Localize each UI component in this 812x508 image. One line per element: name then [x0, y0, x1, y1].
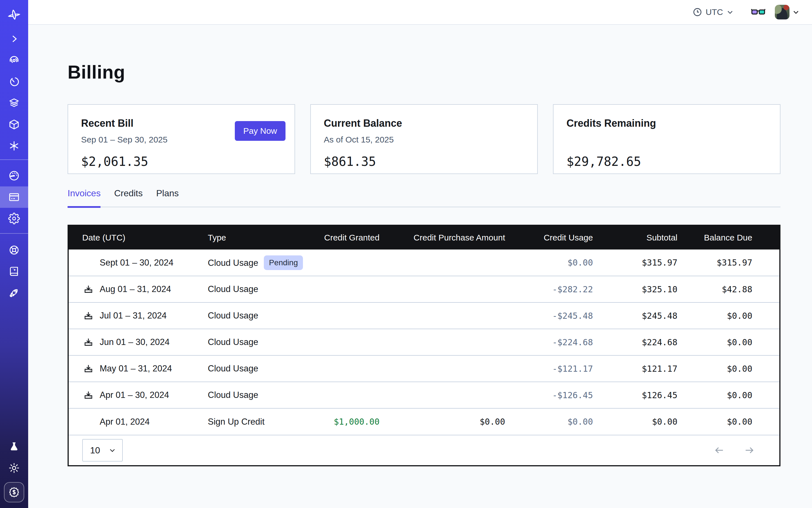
balance-due-value: $42.88 — [691, 276, 779, 302]
sidebar-divider — [0, 233, 28, 234]
col-credit-usage: Credit Usage — [519, 226, 606, 250]
status-badge: Pending — [264, 255, 303, 270]
main-content: Billing Recent Bill Sep 01 – Sep 30, 202… — [28, 0, 812, 466]
col-type: Type — [208, 226, 320, 250]
summary-cards: Recent Bill Sep 01 – Sep 30, 2025 $2,061… — [68, 104, 780, 174]
card-title: Current Balance — [324, 117, 524, 130]
balance-due-value: $315.97 — [691, 250, 779, 276]
col-credit-granted: Credit Granted — [320, 226, 393, 250]
subtotal-value: $224.68 — [606, 329, 691, 355]
sidebar-item-settings[interactable] — [0, 208, 28, 229]
balance-due-value: $0.00 — [691, 302, 779, 329]
credit-usage-value: $0.00 — [519, 408, 606, 435]
page-size-value: 10 — [90, 445, 100, 456]
subtotal-value: $121.17 — [606, 355, 691, 382]
sidebar-item-timer[interactable] — [0, 71, 28, 92]
topbar: UTC — [28, 0, 812, 25]
invoice-date: Apr 01 – 30, 2024 — [100, 390, 169, 400]
download-invoice-button[interactable] — [83, 364, 93, 374]
next-page-button[interactable] — [744, 445, 755, 456]
sidebar-item-support[interactable] — [0, 239, 28, 261]
glasses-icon — [751, 7, 766, 17]
subtotal-value: $325.10 — [606, 276, 691, 302]
download-invoice-button[interactable] — [83, 284, 93, 294]
credit-granted-value — [320, 355, 393, 382]
subtotal-value: $0.00 — [606, 408, 691, 435]
invoice-type: Sign Up Credit — [208, 417, 265, 427]
card-subtitle: As of Oct 15, 2025 — [324, 133, 524, 146]
sidebar-item-theme[interactable] — [0, 457, 28, 479]
card-amount: $2,061.35 — [81, 153, 282, 170]
sidebar-spacer — [0, 304, 28, 436]
sidebar-expand-button[interactable] — [0, 28, 28, 50]
sidebar-item-labs[interactable] — [0, 436, 28, 457]
credit-purchase-value — [393, 250, 519, 276]
credit-purchase-value — [393, 355, 519, 382]
credit-purchase-value — [393, 302, 519, 329]
pagination: 10 — [69, 435, 779, 465]
timezone-label: UTC — [706, 7, 723, 17]
clock-icon — [693, 7, 702, 17]
invoice-date: Jul 01 – 31, 2024 — [100, 310, 167, 321]
credit-usage-value: -$224.68 — [519, 329, 606, 355]
sidebar-item-swirl[interactable] — [0, 50, 28, 71]
glasses-button[interactable] — [751, 7, 766, 17]
sidebar-item-credits-promo[interactable] — [4, 482, 24, 502]
download-invoice-button[interactable] — [83, 337, 93, 347]
card-title: Credits Remaining — [566, 117, 767, 130]
invoices-table: Date (UTC) Type Credit Granted Credit Pu… — [68, 225, 780, 466]
prev-page-button[interactable] — [714, 445, 725, 456]
credit-purchase-value — [393, 382, 519, 408]
table-row: Jun 01 – 30, 2024Cloud Usage-$224.68$224… — [69, 329, 779, 355]
chevron-down-icon — [726, 8, 734, 16]
credit-usage-value: -$282.22 — [519, 276, 606, 302]
table-row: Apr 01, 2024Sign Up Credit$1,000.00$0.00… — [69, 408, 779, 435]
invoice-type: Cloud Usage — [208, 310, 258, 321]
avatar[interactable] — [775, 5, 789, 19]
subtotal-value: $315.97 — [606, 250, 691, 276]
invoice-date: Jun 01 – 30, 2024 — [100, 337, 170, 347]
current-balance-card: Current Balance As of Oct 15, 2025 $861.… — [310, 104, 538, 174]
invoice-type: Cloud Usage — [208, 364, 258, 373]
credit-usage-value: -$245.48 — [519, 302, 606, 329]
table-row: May 01 – 31, 2024Cloud Usage-$121.17$121… — [69, 355, 779, 382]
sidebar-item-billing[interactable] — [0, 186, 28, 208]
invoice-date: Sept 01 – 30, 2024 — [100, 258, 173, 268]
page-title: Billing — [68, 60, 780, 84]
recent-bill-card: Recent Bill Sep 01 – Sep 30, 2025 $2,061… — [68, 104, 295, 174]
card-subtitle — [566, 133, 767, 146]
page-size-select[interactable]: 10 — [82, 439, 123, 462]
card-amount: $29,782.65 — [566, 153, 767, 170]
download-invoice-button[interactable] — [83, 310, 93, 321]
subtotal-value: $126.45 — [606, 382, 691, 408]
timezone-selector[interactable]: UTC — [693, 7, 734, 17]
table-row: Aug 01 – 31, 2024Cloud Usage-$282.22$325… — [69, 276, 779, 302]
invoice-date: Aug 01 – 31, 2024 — [100, 284, 171, 294]
download-invoice-button[interactable] — [83, 390, 93, 400]
sidebar-item-asterisk[interactable] — [0, 135, 28, 157]
table-header-row: Date (UTC) Type Credit Granted Credit Pu… — [69, 226, 779, 250]
tab-plans[interactable]: Plans — [156, 187, 179, 208]
credit-purchase-value — [393, 276, 519, 302]
billing-tabs: Invoices Credits Plans — [68, 187, 780, 207]
col-date: Date (UTC) — [69, 226, 208, 250]
chevron-down-icon[interactable] — [792, 8, 800, 16]
credit-granted-value: $1,000.00 — [320, 408, 393, 435]
sidebar-item-layers[interactable] — [0, 92, 28, 114]
tab-invoices[interactable]: Invoices — [68, 187, 100, 208]
sidebar-item-cube[interactable] — [0, 114, 28, 135]
invoice-date: May 01 – 31, 2024 — [100, 364, 172, 374]
sidebar-item-docs[interactable] — [0, 261, 28, 282]
credit-usage-value: $0.00 — [519, 250, 606, 276]
pay-now-button[interactable]: Pay Now — [235, 121, 286, 141]
credit-granted-value — [320, 250, 393, 276]
tab-credits[interactable]: Credits — [114, 187, 142, 208]
subtotal-value: $245.48 — [606, 302, 691, 329]
credit-usage-value: -$126.45 — [519, 382, 606, 408]
invoice-type: Cloud Usage — [208, 337, 258, 347]
sidebar-item-quickstart[interactable] — [0, 282, 28, 304]
credit-usage-value: -$121.17 — [519, 355, 606, 382]
balance-due-value: $0.00 — [691, 355, 779, 382]
sidebar-item-usage-gauge[interactable] — [0, 165, 28, 186]
invoice-type: Cloud Usage — [208, 390, 258, 400]
